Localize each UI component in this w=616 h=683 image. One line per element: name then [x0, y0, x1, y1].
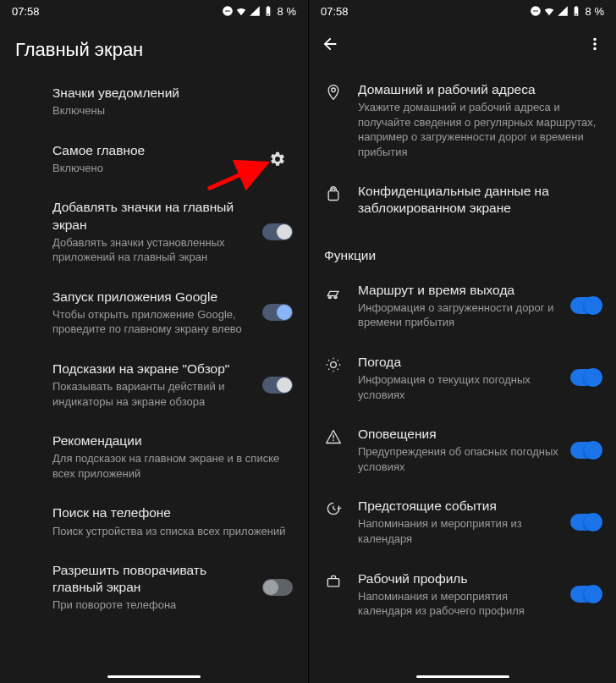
battery-icon — [262, 5, 274, 17]
setting-weather[interactable]: Погода Информация о текущих погодных усл… — [309, 342, 616, 414]
lock-icon — [325, 185, 342, 202]
toggle-overview[interactable] — [262, 377, 293, 394]
phone-right: 07:58 8 % Домашний и рабочий адреса Укаж… — [308, 0, 616, 683]
pin-icon — [325, 84, 342, 101]
setting-sub: Информация о текущих погодных условиях — [358, 372, 560, 402]
setting-sub: Информация о загруженности дорог и време… — [358, 300, 560, 330]
toggle-alerts[interactable] — [570, 442, 601, 459]
setting-title: Значки уведомлений — [52, 85, 293, 102]
nav-handle[interactable] — [107, 675, 201, 679]
toggle-commute[interactable] — [570, 297, 601, 314]
section-label-functions: Функции — [309, 231, 616, 270]
setting-phone-search[interactable]: Поиск на телефоне Поиск устройства из сп… — [0, 493, 308, 550]
statusbar-time: 07:58 — [321, 5, 349, 18]
setting-title: Добавлять значки на главный экран — [52, 199, 252, 233]
setting-title: Разрешить поворачивать главный экран — [52, 562, 252, 596]
do-not-disturb-icon — [530, 5, 542, 17]
setting-sub: Напоминания и мероприятия из календаря — [358, 516, 560, 546]
page-title: Главный экран — [15, 39, 293, 61]
nav-handle[interactable] — [416, 675, 509, 679]
toggle-add-icons[interactable] — [262, 223, 293, 240]
setting-title: Домашний и рабочий адреса — [358, 81, 601, 98]
do-not-disturb-icon — [222, 5, 234, 17]
setting-title: Рабочий профиль — [358, 570, 560, 587]
statusbar-battery: 8 % — [586, 5, 604, 18]
statusbar-right: 07:58 8 % — [309, 0, 616, 22]
commute-icon — [325, 284, 342, 301]
setting-title: Оповещения — [358, 426, 560, 443]
setting-title: Подсказки на экране "Обзор" — [52, 361, 252, 377]
wifi-icon — [235, 5, 247, 17]
overflow-button[interactable] — [586, 35, 604, 57]
at-a-glance-settings-button[interactable] — [262, 144, 293, 174]
setting-sub: Добавлять значки установленных приложени… — [52, 235, 252, 265]
setting-rotate-home[interactable]: Разрешить поворачивать главный экран При… — [0, 550, 308, 625]
setting-sub: Чтобы открыть приложение Google, проведи… — [52, 307, 252, 337]
setting-title: Рекомендации — [52, 432, 293, 449]
setting-upcoming-events[interactable]: Предстоящие события Напоминания и меропр… — [309, 486, 616, 558]
weather-icon — [325, 356, 342, 373]
toggle-rotate[interactable] — [262, 579, 293, 596]
toggle-events[interactable] — [570, 514, 601, 531]
setting-title: Самое главное — [52, 142, 257, 159]
briefcase-icon — [325, 573, 342, 590]
svg-point-1 — [331, 362, 337, 368]
setting-sub: Включено — [52, 161, 257, 176]
setting-title: Погода — [358, 354, 560, 371]
setting-add-icons[interactable]: Добавлять значки на главный экран Добавл… — [0, 187, 308, 276]
page-header-right — [309, 22, 616, 69]
setting-google-app-swipe[interactable]: Запуск приложения Google Чтобы открыть п… — [0, 277, 308, 349]
setting-sub: Показывать варианты действий и индикатор… — [52, 379, 252, 409]
toggle-weather[interactable] — [570, 369, 601, 386]
setting-sub: Поиск устройства из списка всех приложен… — [52, 524, 293, 539]
setting-alerts[interactable]: Оповещения Предупреждения об опасных пог… — [309, 414, 616, 486]
setting-title: Запуск приложения Google — [52, 289, 252, 306]
setting-sub: Укажите домашний и рабочий адреса и полу… — [358, 100, 601, 159]
setting-title: Поиск на телефоне — [52, 504, 293, 521]
toggle-google-swipe[interactable] — [262, 304, 293, 321]
setting-sub: Включены — [52, 103, 293, 118]
statusbar-left: 07:58 8 % — [0, 0, 308, 22]
gear-icon — [269, 151, 286, 168]
setting-title: Маршрут и время выхода — [358, 282, 560, 299]
back-button[interactable] — [321, 35, 339, 57]
signal-icon — [249, 5, 261, 17]
statusbar-time: 07:58 — [12, 5, 40, 18]
setting-home-work-address[interactable]: Домашний и рабочий адреса Укажите домашн… — [309, 69, 616, 171]
warning-icon — [325, 428, 342, 445]
setting-title: Предстоящие события — [358, 498, 560, 515]
phone-left: 07:58 8 % Главный экран Значки уведомлен… — [0, 0, 308, 683]
setting-commute[interactable]: Маршрут и время выхода Информация о загр… — [309, 270, 616, 342]
setting-notification-badges[interactable]: Значки уведомлений Включены — [0, 73, 308, 130]
wifi-icon — [543, 5, 555, 17]
svg-rect-2 — [327, 578, 338, 586]
setting-overview-suggestions[interactable]: Подсказки на экране "Обзор" Показывать в… — [0, 349, 308, 421]
page-header-left: Главный экран — [0, 22, 308, 73]
more-vert-icon — [586, 35, 604, 53]
setting-recommendations[interactable]: Рекомендации Для подсказок на главном эк… — [0, 421, 308, 493]
clock-reload-icon — [325, 500, 342, 517]
toggle-work-profile[interactable] — [570, 586, 601, 603]
setting-work-profile[interactable]: Рабочий профиль Напоминания и мероприяти… — [309, 559, 616, 631]
setting-title: Конфиденциальные данные на заблокированн… — [358, 183, 601, 217]
setting-sub: Для подсказок на главном экране и в спис… — [52, 451, 293, 481]
setting-sub: Предупреждения об опасных погодных услов… — [358, 444, 560, 474]
statusbar-battery: 8 % — [278, 5, 296, 18]
setting-at-a-glance[interactable]: Самое главное Включено — [0, 130, 308, 188]
signal-icon — [557, 5, 569, 17]
battery-icon — [570, 5, 582, 17]
setting-sub: Напоминания и мероприятия календаря из р… — [358, 589, 560, 619]
arrow-back-icon — [321, 35, 339, 53]
setting-sub: При повороте телефона — [52, 598, 252, 613]
setting-lockscreen-privacy[interactable]: Конфиденциальные данные на заблокированн… — [309, 171, 616, 230]
